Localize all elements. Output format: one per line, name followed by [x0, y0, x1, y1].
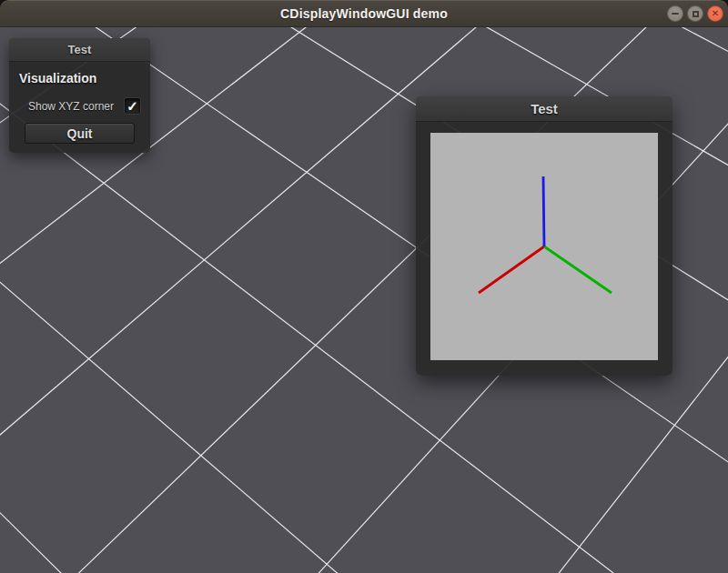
subwindow-titlebar[interactable]: Test — [416, 96, 672, 122]
gl-viewport[interactable]: Test Visualization Show XYZ corner ✓ Qui… — [0, 27, 728, 573]
subwindow-body — [416, 122, 672, 376]
quit-button[interactable]: Quit — [25, 123, 135, 144]
minimize-button[interactable] — [667, 5, 683, 22]
checkbox-label: Show XYZ corner — [28, 100, 114, 113]
panel-body: Visualization Show XYZ corner ✓ Quit — [9, 62, 150, 153]
maximize-button[interactable] — [687, 5, 703, 22]
window-controls: ✕ — [667, 0, 723, 27]
window-title: CDisplayWindowGUI demo — [280, 6, 448, 21]
checkmark-icon: ✓ — [126, 99, 138, 113]
subwindow-title: Test — [531, 101, 558, 116]
section-label: Visualization — [19, 71, 141, 85]
window-titlebar[interactable]: CDisplayWindowGUI demo ✕ — [0, 0, 728, 27]
show-xyz-checkbox[interactable]: ✓ — [124, 97, 141, 115]
control-panel: Test Visualization Show XYZ corner ✓ Qui… — [9, 38, 150, 153]
close-icon: ✕ — [712, 9, 719, 18]
panel-titlebar[interactable]: Test — [9, 38, 150, 62]
panel-title: Test — [68, 43, 92, 56]
app-window: CDisplayWindowGUI demo ✕ Test Visualizat… — [0, 0, 728, 573]
test-subwindow: Test — [416, 96, 672, 376]
minimize-icon — [672, 13, 679, 15]
close-button[interactable]: ✕ — [707, 5, 723, 22]
checkbox-row: Show XYZ corner ✓ — [28, 97, 141, 115]
xyz-axes-canvas[interactable] — [430, 133, 658, 360]
maximize-icon — [693, 11, 699, 17]
